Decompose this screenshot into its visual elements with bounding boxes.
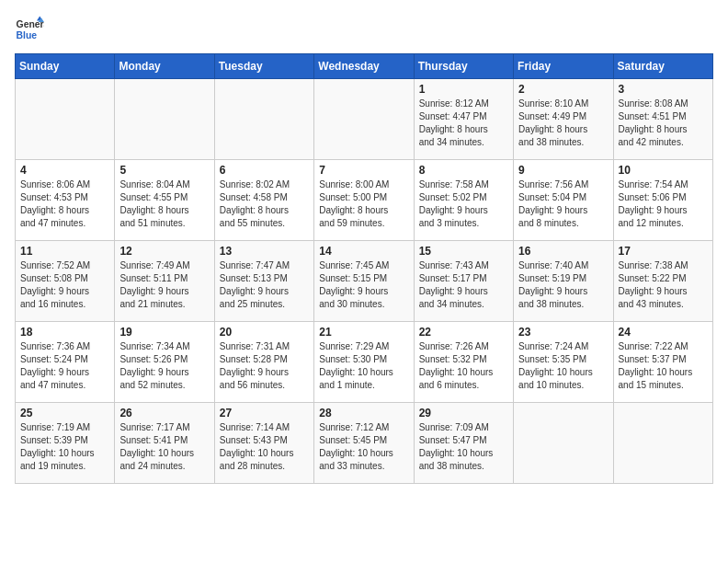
day-number: 27: [220, 407, 309, 419]
cell-content: Sunrise: 8:00 AM Sunset: 5:00 PM Dayligh…: [319, 178, 408, 230]
day-number: 16: [518, 245, 608, 258]
cell-content: Sunrise: 7:38 AM Sunset: 5:22 PM Dayligh…: [619, 259, 708, 311]
day-number: 28: [319, 407, 408, 419]
column-header-monday: Monday: [115, 54, 214, 79]
calendar-cell: 27Sunrise: 7:14 AM Sunset: 5:43 PM Dayli…: [214, 403, 313, 484]
day-number: 24: [619, 326, 708, 339]
calendar-cell: 2Sunrise: 8:10 AM Sunset: 4:49 PM Daylig…: [514, 79, 613, 160]
calendar-cell: 28Sunrise: 7:12 AM Sunset: 5:45 PM Dayli…: [314, 403, 414, 484]
logo: General Blue: [15, 15, 44, 44]
day-number: 8: [419, 164, 508, 177]
day-number: 26: [119, 407, 209, 419]
day-number: 17: [619, 245, 708, 258]
calendar-cell: 11Sunrise: 7:52 AM Sunset: 5:08 PM Dayli…: [16, 241, 115, 322]
cell-content: Sunrise: 7:56 AM Sunset: 5:04 PM Dayligh…: [518, 178, 608, 230]
calendar-cell: 13Sunrise: 7:47 AM Sunset: 5:13 PM Dayli…: [214, 241, 313, 322]
cell-content: Sunrise: 7:47 AM Sunset: 5:13 PM Dayligh…: [220, 259, 309, 311]
cell-content: Sunrise: 7:22 AM Sunset: 5:37 PM Dayligh…: [619, 340, 708, 392]
cell-content: Sunrise: 7:45 AM Sunset: 5:15 PM Dayligh…: [319, 259, 408, 311]
column-header-thursday: Thursday: [414, 54, 513, 79]
calendar-cell: 7Sunrise: 8:00 AM Sunset: 5:00 PM Daylig…: [314, 160, 414, 241]
calendar-cell: [214, 79, 313, 160]
calendar-week-3: 18Sunrise: 7:36 AM Sunset: 5:24 PM Dayli…: [16, 322, 713, 403]
cell-content: Sunrise: 8:10 AM Sunset: 4:49 PM Dayligh…: [518, 98, 608, 149]
day-number: 1: [419, 83, 508, 96]
day-number: 23: [518, 326, 608, 339]
day-number: 5: [119, 164, 209, 177]
calendar-cell: 25Sunrise: 7:19 AM Sunset: 5:39 PM Dayli…: [16, 403, 115, 484]
cell-content: Sunrise: 7:09 AM Sunset: 5:47 PM Dayligh…: [419, 421, 508, 473]
svg-text:Blue: Blue: [17, 30, 38, 40]
calendar-week-1: 4Sunrise: 8:06 AM Sunset: 4:53 PM Daylig…: [16, 160, 713, 241]
calendar-cell: 1Sunrise: 8:12 AM Sunset: 4:47 PM Daylig…: [414, 79, 513, 160]
calendar-cell: [16, 79, 115, 160]
cell-content: Sunrise: 7:14 AM Sunset: 5:43 PM Dayligh…: [220, 421, 309, 473]
cell-content: Sunrise: 7:40 AM Sunset: 5:19 PM Dayligh…: [518, 259, 608, 311]
calendar-cell: 24Sunrise: 7:22 AM Sunset: 5:37 PM Dayli…: [613, 322, 712, 403]
calendar-week-0: 1Sunrise: 8:12 AM Sunset: 4:47 PM Daylig…: [16, 79, 713, 160]
day-number: 29: [419, 407, 508, 419]
day-number: 25: [20, 407, 109, 419]
calendar-cell: 23Sunrise: 7:24 AM Sunset: 5:35 PM Dayli…: [514, 322, 613, 403]
day-number: 22: [419, 326, 508, 339]
column-header-friday: Friday: [514, 54, 613, 79]
calendar-cell: 6Sunrise: 8:02 AM Sunset: 4:58 PM Daylig…: [214, 160, 313, 241]
calendar-cell: 12Sunrise: 7:49 AM Sunset: 5:11 PM Dayli…: [115, 241, 214, 322]
day-number: 3: [619, 83, 708, 96]
calendar-cell: 4Sunrise: 8:06 AM Sunset: 4:53 PM Daylig…: [16, 160, 115, 241]
calendar-cell: 21Sunrise: 7:29 AM Sunset: 5:30 PM Dayli…: [314, 322, 414, 403]
calendar-cell: [115, 79, 214, 160]
cell-content: Sunrise: 7:49 AM Sunset: 5:11 PM Dayligh…: [119, 259, 209, 311]
calendar-cell: 5Sunrise: 8:04 AM Sunset: 4:55 PM Daylig…: [115, 160, 214, 241]
calendar-cell: 16Sunrise: 7:40 AM Sunset: 5:19 PM Dayli…: [514, 241, 613, 322]
cell-content: Sunrise: 7:17 AM Sunset: 5:41 PM Dayligh…: [119, 421, 209, 473]
day-number: 14: [319, 245, 408, 258]
cell-content: Sunrise: 7:12 AM Sunset: 5:45 PM Dayligh…: [319, 421, 408, 473]
cell-content: Sunrise: 7:29 AM Sunset: 5:30 PM Dayligh…: [319, 340, 408, 392]
cell-content: Sunrise: 7:31 AM Sunset: 5:28 PM Dayligh…: [220, 340, 309, 392]
calendar-table: SundayMondayTuesdayWednesdayThursdayFrid…: [15, 53, 713, 484]
day-number: 7: [319, 164, 408, 177]
cell-content: Sunrise: 7:19 AM Sunset: 5:39 PM Dayligh…: [20, 421, 109, 473]
cell-content: Sunrise: 7:24 AM Sunset: 5:35 PM Dayligh…: [518, 340, 608, 392]
calendar-cell: 9Sunrise: 7:56 AM Sunset: 5:04 PM Daylig…: [514, 160, 613, 241]
day-number: 20: [220, 326, 309, 339]
logo-icon: General Blue: [15, 15, 44, 44]
column-header-saturday: Saturday: [613, 54, 712, 79]
calendar-cell: 10Sunrise: 7:54 AM Sunset: 5:06 PM Dayli…: [613, 160, 712, 241]
calendar-cell: [314, 79, 414, 160]
calendar-week-4: 25Sunrise: 7:19 AM Sunset: 5:39 PM Dayli…: [16, 403, 713, 484]
calendar-cell: 22Sunrise: 7:26 AM Sunset: 5:32 PM Dayli…: [414, 322, 513, 403]
day-number: 2: [518, 83, 608, 96]
calendar-cell: 8Sunrise: 7:58 AM Sunset: 5:02 PM Daylig…: [414, 160, 513, 241]
calendar-cell: [613, 403, 712, 484]
calendar-cell: 17Sunrise: 7:38 AM Sunset: 5:22 PM Dayli…: [613, 241, 712, 322]
cell-content: Sunrise: 7:34 AM Sunset: 5:26 PM Dayligh…: [119, 340, 209, 392]
calendar-cell: 19Sunrise: 7:34 AM Sunset: 5:26 PM Dayli…: [115, 322, 214, 403]
calendar-cell: 15Sunrise: 7:43 AM Sunset: 5:17 PM Dayli…: [414, 241, 513, 322]
day-number: 6: [220, 164, 309, 177]
column-header-wednesday: Wednesday: [314, 54, 414, 79]
day-number: 13: [220, 245, 309, 258]
day-number: 21: [319, 326, 408, 339]
cell-content: Sunrise: 8:12 AM Sunset: 4:47 PM Dayligh…: [419, 98, 508, 149]
calendar-cell: 29Sunrise: 7:09 AM Sunset: 5:47 PM Dayli…: [414, 403, 513, 484]
column-header-sunday: Sunday: [16, 54, 115, 79]
calendar-cell: 20Sunrise: 7:31 AM Sunset: 5:28 PM Dayli…: [214, 322, 313, 403]
cell-content: Sunrise: 7:54 AM Sunset: 5:06 PM Dayligh…: [619, 178, 708, 230]
calendar-cell: 18Sunrise: 7:36 AM Sunset: 5:24 PM Dayli…: [16, 322, 115, 403]
calendar-cell: [514, 403, 613, 484]
day-number: 19: [119, 326, 209, 339]
calendar-cell: 26Sunrise: 7:17 AM Sunset: 5:41 PM Dayli…: [115, 403, 214, 484]
cell-content: Sunrise: 7:36 AM Sunset: 5:24 PM Dayligh…: [20, 340, 109, 392]
cell-content: Sunrise: 7:58 AM Sunset: 5:02 PM Dayligh…: [419, 178, 508, 230]
cell-content: Sunrise: 7:43 AM Sunset: 5:17 PM Dayligh…: [419, 259, 508, 311]
cell-content: Sunrise: 8:02 AM Sunset: 4:58 PM Dayligh…: [220, 178, 309, 230]
calendar-cell: 3Sunrise: 8:08 AM Sunset: 4:51 PM Daylig…: [613, 79, 712, 160]
day-number: 15: [419, 245, 508, 258]
day-number: 11: [20, 245, 109, 258]
calendar-header-row: SundayMondayTuesdayWednesdayThursdayFrid…: [16, 54, 713, 79]
cell-content: Sunrise: 8:08 AM Sunset: 4:51 PM Dayligh…: [619, 98, 708, 149]
day-number: 10: [619, 164, 708, 177]
calendar-week-2: 11Sunrise: 7:52 AM Sunset: 5:08 PM Dayli…: [16, 241, 713, 322]
